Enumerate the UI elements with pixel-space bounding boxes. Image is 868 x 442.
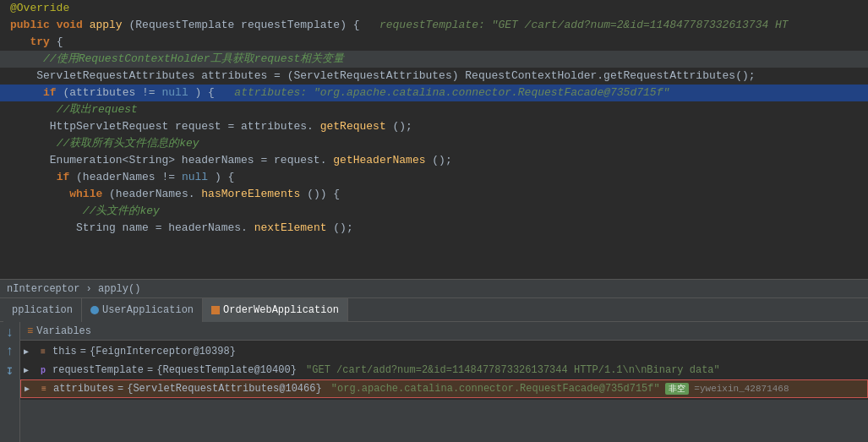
- var-icon-this: ≡: [37, 346, 49, 357]
- line-code-6: if (attributes != null ) { attributes: "…: [7, 85, 868, 101]
- line-code-1: @Override: [7, 0, 868, 17]
- line-code-11: if (headerNames != null ) {: [7, 169, 868, 186]
- left-side-buttons: ↓ ↑ ↧: [0, 322, 20, 442]
- variables-title: Variables: [36, 325, 91, 337]
- breadcrumb-text: nInterceptor › apply(): [7, 283, 140, 295]
- var-eq-rt: =: [147, 364, 153, 376]
- line-code-7: //取出request: [7, 101, 868, 118]
- var-extra-attr: =yweixin_42871468: [689, 384, 789, 394]
- step-into-button[interactable]: ↑: [3, 344, 18, 359]
- var-eq-attr: =: [117, 383, 123, 395]
- var-expand-rt[interactable]: ▶: [24, 365, 37, 375]
- code-line-14: String name = headerNames. nextElement (…: [0, 220, 868, 237]
- code-line-8: HttpServletRequest request = attributes.…: [0, 118, 868, 135]
- var-icon-rt: p: [37, 364, 49, 376]
- step-out-button[interactable]: ↧: [3, 363, 18, 378]
- var-expand-this[interactable]: ▶: [24, 347, 37, 357]
- tab-order-label: OrderWebApplication: [223, 304, 339, 316]
- line-code-5: ServletRequestAttributes attributes = (S…: [7, 68, 868, 85]
- code-line-9: //获取所有头文件信息的key: [0, 135, 868, 152]
- tab-user-label: UserApplication: [102, 304, 194, 316]
- ide-window: @Override public void apply (RequestTemp…: [0, 0, 868, 442]
- var-name-attr: attributes: [53, 383, 114, 395]
- bottom-content-area: ↓ ↑ ↧ ≡ Variables ▶ ≡ this: [0, 322, 868, 442]
- code-line-7: //取出request: [0, 101, 868, 118]
- step-over-button[interactable]: ↓: [3, 325, 18, 341]
- line-code-10: Enumeration<String> headerNames = reques…: [7, 152, 868, 169]
- tab-bar: pplication UserApplication OrderWebAppli…: [0, 298, 868, 322]
- code-line-6: if (attributes != null ) { attributes: "…: [0, 85, 868, 101]
- line-code-12: while (headerNames. hasMoreElements ()) …: [7, 186, 868, 203]
- tab-application[interactable]: pplication: [3, 298, 82, 322]
- tab-application-label: pplication: [12, 304, 73, 316]
- var-expand-attr[interactable]: ▶: [25, 384, 38, 394]
- var-nonnull-badge-attr: 非空: [665, 383, 689, 395]
- code-line-5: ServletRequestAttributes attributes = (S…: [0, 68, 868, 85]
- var-instance-attr: {ServletRequestAttributes@10466}: [127, 383, 321, 395]
- var-name-rt: requestTemplate: [52, 364, 144, 376]
- right-content: ≡ Variables ▶ ≡ this = {FeignInterceptor…: [20, 322, 868, 442]
- line-code-4: //使用RequestContextHolder工具获取request相关变量: [7, 51, 868, 68]
- tab-order-web-application[interactable]: OrderWebApplication: [203, 298, 348, 322]
- line-code-3: try {: [7, 34, 868, 51]
- variables-icon: ≡: [27, 325, 33, 337]
- var-row-attributes: ▶ ≡ attributes = {ServletRequestAttribut…: [20, 379, 868, 398]
- var-instance-rt: {RequestTemplate@10400}: [156, 364, 297, 376]
- code-line-11: if (headerNames != null ) {: [0, 169, 868, 186]
- code-line-1: @Override: [0, 0, 868, 17]
- breadcrumb-bar: nInterceptor › apply(): [0, 280, 868, 298]
- variables-list: ▶ ≡ this = {FeignInterceptor@10398} ▶ p …: [20, 341, 868, 400]
- var-value-rt: "GET /cart/add?num=2&id=1148477873326137…: [300, 364, 720, 376]
- line-code-2: public void apply (RequestTemplate reque…: [7, 17, 868, 34]
- line-code-9: //获取所有头文件信息的key: [7, 135, 868, 152]
- line-code-14: String name = headerNames. nextElement (…: [7, 220, 868, 237]
- code-line-12: while (headerNames. hasMoreElements ()) …: [0, 186, 868, 203]
- var-row-request-template: ▶ p requestTemplate = {RequestTemplate@1…: [20, 361, 868, 379]
- code-line-13: //头文件的key: [0, 203, 868, 220]
- tab-user-application[interactable]: UserApplication: [82, 298, 203, 322]
- line-code-8: HttpServletRequest request = attributes.…: [7, 118, 868, 135]
- var-name-this: this: [52, 346, 77, 357]
- line-code-13: //头文件的key: [7, 203, 868, 220]
- tab-order-icon: [211, 306, 220, 314]
- code-editor: @Override public void apply (RequestTemp…: [0, 0, 868, 279]
- var-instance-this: {FeignInterceptor@10398}: [90, 346, 236, 357]
- variables-header: ≡ Variables: [20, 322, 868, 341]
- code-line-4: //使用RequestContextHolder工具获取request相关变量: [0, 51, 868, 68]
- bottom-panel: nInterceptor › apply() pplication UserAp…: [0, 279, 868, 442]
- var-value-attr: "org.apache.catalina.connector.RequestFa…: [325, 383, 660, 395]
- annotation-override: @Override: [10, 2, 69, 14]
- var-row-this: ▶ ≡ this = {FeignInterceptor@10398}: [20, 342, 868, 361]
- code-line-3: try {: [0, 34, 868, 51]
- var-icon-attr: ≡: [38, 383, 50, 395]
- code-line-10: Enumeration<String> headerNames = reques…: [0, 152, 868, 169]
- code-line-2: public void apply (RequestTemplate reque…: [0, 17, 868, 34]
- var-eq-this: =: [80, 346, 86, 357]
- tab-user-icon: [90, 306, 99, 314]
